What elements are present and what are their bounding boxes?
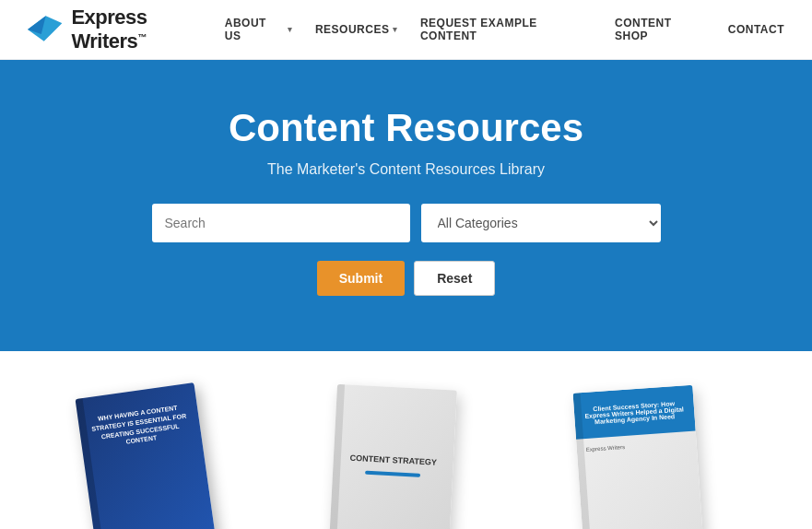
chevron-down-icon: ▾ — [393, 25, 398, 34]
card-2-image: CONTENT STRATEGY — [328, 384, 485, 529]
form-buttons: Submit Reset — [28, 261, 784, 296]
cards-section: WHY HAVING A CONTENT STRATEGY IS ESSENTI… — [0, 351, 812, 529]
card-3: Client Success Story: How Express Writer… — [547, 388, 757, 529]
book3-header-text: Client Success Story: How Express Writer… — [573, 398, 694, 426]
book3-body-text: Express Writers — [585, 439, 687, 453]
card-1: WHY HAVING A CONTENT STRATEGY IS ESSENTI… — [55, 388, 265, 529]
nav-about-us[interactable]: ABOUT US ▾ — [225, 17, 293, 42]
hero-title: Content Resources — [28, 106, 784, 150]
book3-header: Client Success Story: How Express Writer… — [572, 385, 695, 440]
nav-contact[interactable]: CONTACT — [728, 23, 784, 36]
hero-section: Content Resources The Marketer's Content… — [0, 60, 812, 351]
logo-icon — [28, 16, 62, 43]
search-input[interactable] — [152, 204, 410, 242]
card-1-image: WHY HAVING A CONTENT STRATEGY IS ESSENTI… — [75, 379, 245, 529]
main-nav: ABOUT US ▾ RESOURCES ▾ REQUEST EXAMPLE C… — [225, 17, 784, 42]
book1-text: WHY HAVING A CONTENT STRATEGY IS ESSENTI… — [88, 402, 190, 452]
logo[interactable]: Express Writers™ — [28, 6, 225, 53]
card-2: CONTENT STRATEGY 10 Steps to Organizing … — [301, 388, 511, 529]
submit-button[interactable]: Submit — [317, 261, 405, 296]
hero-subtitle: The Marketer's Content Resources Library — [28, 161, 784, 178]
search-form: All Categories — [28, 204, 784, 242]
cards-grid: WHY HAVING A CONTENT STRATEGY IS ESSENTI… — [55, 388, 757, 529]
book2-stripe — [365, 470, 420, 476]
card-3-image: Client Success Story: How Express Writer… — [572, 383, 732, 529]
logo-text: Express Writers™ — [71, 6, 224, 53]
category-select[interactable]: All Categories — [421, 204, 661, 242]
nav-request-example[interactable]: REQUEST EXAMPLE CONTENT — [420, 17, 593, 42]
nav-content-shop[interactable]: CONTENT SHOP — [615, 17, 706, 42]
header: Express Writers™ ABOUT US ▾ RESOURCES ▾ … — [0, 0, 812, 60]
reset-button[interactable]: Reset — [414, 261, 495, 296]
nav-resources[interactable]: RESOURCES ▾ — [315, 23, 398, 36]
chevron-down-icon: ▾ — [288, 25, 293, 34]
book2-text: CONTENT STRATEGY — [340, 453, 446, 469]
